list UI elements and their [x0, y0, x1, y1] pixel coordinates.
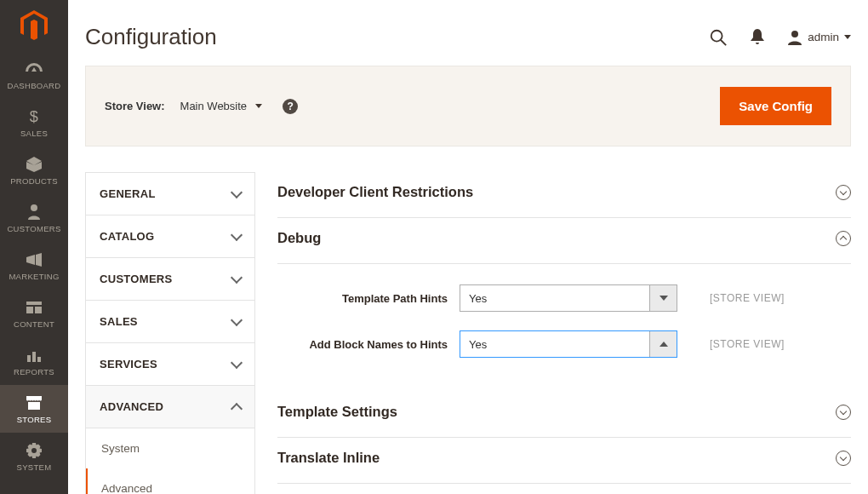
help-icon[interactable]: ?: [283, 99, 298, 114]
svg-rect-6: [37, 357, 41, 362]
section-title: Translate Inline: [277, 450, 380, 466]
svg-rect-4: [27, 355, 31, 362]
nav-sub-advanced[interactable]: Advanced: [86, 468, 254, 494]
dropdown-button-icon[interactable]: [649, 285, 677, 311]
sidebar-item-system[interactable]: SYSTEM: [0, 433, 68, 480]
sidebar-item-content[interactable]: CONTENT: [0, 290, 68, 337]
select-value: Yes: [460, 285, 649, 311]
main-content: Configuration admin Store View: Main Web…: [68, 0, 868, 494]
magento-logo: [0, 0, 68, 51]
sidebar-item-label: CONTENT: [14, 319, 54, 329]
section-translate-inline[interactable]: Translate Inline: [277, 438, 851, 484]
nav-group-label: SERVICES: [100, 358, 157, 370]
scope-hint: [STORE VIEW]: [710, 292, 785, 304]
config-nav: GENERAL CATALOG CUSTOMERS SALES SERVICES…: [85, 172, 255, 494]
header-actions: admin: [709, 28, 851, 47]
field-label: Template Path Hints: [277, 292, 448, 305]
config-content: GENERAL CATALOG CUSTOMERS SALES SERVICES…: [85, 172, 851, 494]
svg-point-0: [31, 204, 37, 211]
scope-left: Store View: Main Website ?: [105, 99, 298, 114]
dropdown-button-icon[interactable]: [649, 331, 677, 357]
sidebar-item-label: STORES: [17, 415, 52, 424]
nav-sub-system[interactable]: System: [86, 428, 254, 468]
nav-group-catalog[interactable]: CATALOG: [86, 215, 254, 258]
nav-group-general[interactable]: GENERAL: [86, 173, 254, 215]
template-path-hints-select[interactable]: Yes: [460, 284, 677, 312]
sidebar-item-label: REPORTS: [14, 367, 54, 376]
notifications-icon[interactable]: [750, 29, 765, 46]
svg-point-9: [791, 31, 798, 37]
svg-line-8: [721, 39, 726, 44]
nav-group-label: ADVANCED: [100, 400, 163, 413]
sidebar-item-products[interactable]: PRODUCTS: [0, 146, 68, 194]
caret-down-icon: [255, 104, 262, 108]
section-dev-client-restrictions[interactable]: Developer Client Restrictions: [277, 172, 851, 218]
layout-icon: [26, 299, 42, 316]
nav-group-advanced[interactable]: ADVANCED: [86, 386, 254, 428]
sidebar-item-label: CUSTOMERS: [7, 224, 60, 233]
box-icon: [26, 156, 42, 173]
nav-group-sales[interactable]: SALES: [86, 301, 254, 343]
nav-group-label: CATALOG: [100, 230, 154, 243]
bullhorn-icon: [26, 251, 42, 268]
chevron-down-icon: [231, 228, 243, 240]
sidebar-item-label: SYSTEM: [17, 462, 52, 472]
sidebar-item-label: SALES: [20, 129, 48, 138]
expand-toggle-icon: [836, 451, 851, 466]
search-icon[interactable]: [709, 28, 728, 47]
store-view-selector[interactable]: Main Website: [180, 100, 263, 112]
sidebar-item-sales[interactable]: $ SALES: [0, 99, 68, 146]
field-add-block-names: Add Block Names to Hints Yes [STORE VIEW…: [277, 330, 851, 358]
select-value: Yes: [460, 331, 649, 357]
user-name: admin: [808, 31, 839, 43]
sidebar-item-label: DASHBOARD: [8, 81, 61, 90]
chevron-down-icon: [231, 313, 243, 325]
chevron-down-icon: [231, 271, 243, 283]
add-block-names-select[interactable]: Yes: [460, 330, 677, 358]
svg-rect-3: [35, 307, 42, 313]
sidebar-item-label: PRODUCTS: [10, 176, 58, 186]
page-header: Configuration admin: [85, 0, 851, 66]
nav-group-services[interactable]: SERVICES: [86, 343, 254, 386]
field-template-path-hints: Template Path Hints Yes [STORE VIEW]: [277, 284, 851, 312]
section-template-settings[interactable]: Template Settings: [277, 392, 851, 438]
sidebar-item-marketing[interactable]: MARKETING: [0, 242, 68, 290]
config-sections: Developer Client Restrictions Debug Temp…: [277, 172, 851, 494]
sidebar-item-stores[interactable]: STORES: [0, 385, 68, 433]
svg-rect-1: [26, 302, 42, 305]
sidebar-item-label: MARKETING: [9, 272, 59, 281]
svg-point-7: [711, 30, 722, 41]
caret-down-icon: [844, 35, 851, 39]
chevron-down-icon: [231, 186, 243, 198]
sidebar-item-reports[interactable]: REPORTS: [0, 337, 68, 385]
save-config-button[interactable]: Save Config: [720, 87, 831, 125]
svg-rect-2: [26, 307, 33, 313]
chevron-down-icon: [231, 356, 243, 368]
admin-sidebar: DASHBOARD $ SALES PRODUCTS CUSTOMERS MAR…: [0, 0, 68, 494]
user-menu[interactable]: admin: [787, 30, 851, 45]
gauge-icon: [26, 60, 43, 78]
store-view-label: Store View:: [105, 100, 165, 112]
sidebar-item-dashboard[interactable]: DASHBOARD: [0, 51, 68, 99]
nav-group-label: GENERAL: [100, 187, 156, 200]
expand-toggle-icon: [836, 185, 851, 200]
sidebar-item-customers[interactable]: CUSTOMERS: [0, 194, 68, 242]
person-icon: [28, 204, 40, 221]
section-debug[interactable]: Debug: [277, 218, 851, 264]
dollar-icon: $: [30, 108, 38, 125]
section-javascript-settings[interactable]: JavaScript Settings: [277, 484, 851, 494]
gear-icon: [26, 442, 42, 459]
store-scope-bar: Store View: Main Website ? Save Config: [85, 66, 851, 146]
nav-group-label: CUSTOMERS: [100, 273, 173, 285]
section-title: Debug: [277, 230, 321, 246]
section-title: Developer Client Restrictions: [277, 184, 473, 200]
section-debug-body: Template Path Hints Yes [STORE VIEW] Add…: [277, 264, 851, 392]
collapse-toggle-icon: [836, 231, 851, 246]
field-label: Add Block Names to Hints: [277, 338, 448, 351]
expand-toggle-icon: [836, 405, 851, 420]
nav-group-customers[interactable]: CUSTOMERS: [86, 258, 254, 301]
store-view-value: Main Website: [180, 100, 248, 112]
page-title: Configuration: [85, 24, 217, 50]
chevron-up-icon: [231, 402, 243, 414]
svg-rect-5: [32, 352, 36, 362]
